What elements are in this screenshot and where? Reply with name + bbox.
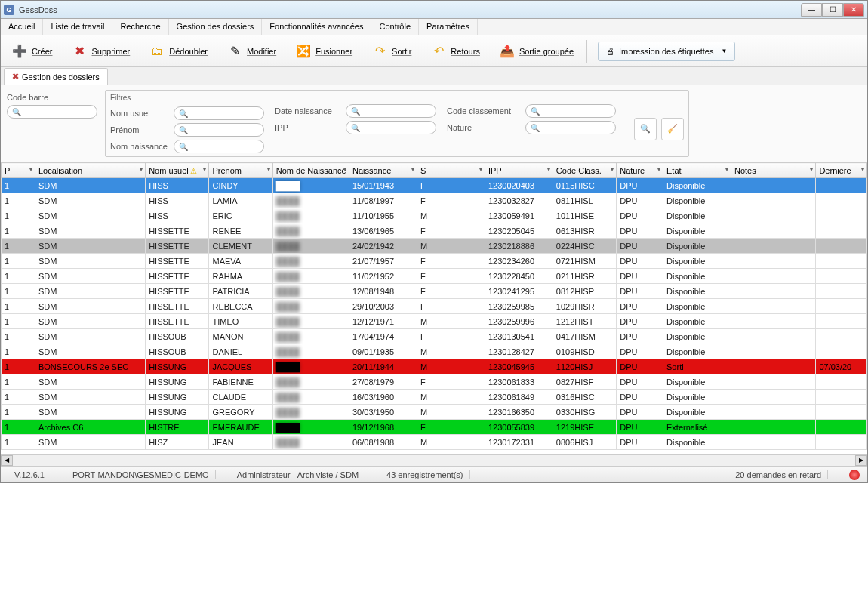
scroll-left-icon[interactable]: ◀	[1, 455, 13, 466]
column-header[interactable]: Naissance▾	[349, 163, 417, 178]
exit-button[interactable]: ↷Sortir	[364, 40, 420, 63]
column-header[interactable]: Code Class.▾	[553, 163, 616, 178]
duplicate-button[interactable]: 🗂Dédoubler	[141, 40, 216, 63]
scroll-right-icon[interactable]: ▶	[855, 455, 867, 466]
code-barre-input[interactable]: 🔍	[7, 105, 97, 119]
table-row[interactable]: 1SDMHISSOUBMANON████17/04/1974F123013054…	[2, 329, 867, 344]
cell-nom: HISSETTE	[146, 299, 209, 314]
column-header[interactable]: Nom usuel ⚠▾	[146, 163, 209, 178]
column-header[interactable]: Etat▾	[663, 163, 731, 178]
date-naissance-input[interactable]: 🔍	[346, 104, 436, 118]
cell-notes	[731, 193, 815, 208]
table-row[interactable]: 1Archives C6HISTREEMERAUDE████19/12/1968…	[2, 420, 867, 435]
window-controls: — ☐ ✕	[801, 3, 864, 17]
table-row[interactable]: 1BONSECOURS 2e SECHISSUNGJACQUES████20/1…	[2, 359, 867, 374]
cell-s: M	[417, 390, 485, 405]
table-row[interactable]: 1SDMHISSUNGFABIENNE████27/08/1979F123006…	[2, 374, 867, 390]
table-row[interactable]: 1SDMHISSETTEREBECCA████29/10/2003F123025…	[2, 299, 867, 314]
cell-ipp: 1230234260	[485, 254, 553, 269]
merge-button[interactable]: 🔀Fusionner	[288, 40, 361, 63]
column-header[interactable]: Notes▾	[731, 163, 815, 178]
print-labels-dropdown[interactable]: 🖨 Impression des étiquettes ▼	[598, 42, 735, 61]
chevron-down-icon[interactable]: ▾	[140, 166, 143, 173]
column-header[interactable]: Nature▾	[617, 163, 663, 178]
table-row[interactable]: 1SDMHISSCINDY████15/01/1943F123002040301…	[2, 178, 867, 193]
close-button[interactable]: ✕	[843, 3, 864, 17]
tab-gestion-dossiers[interactable]: ✖ Gestion des dossiers	[4, 68, 108, 85]
table-row[interactable]: 1SDMHISZJEAN████06/08/1988M1230172331080…	[2, 435, 867, 450]
table-row[interactable]: 1SDMHISSETTERAHMA████11/02/1952F12302284…	[2, 269, 867, 284]
ipp-label: IPP	[275, 123, 343, 132]
table-row[interactable]: 1SDMHISSUNGGREGORY████30/03/1950M1230166…	[2, 405, 867, 420]
horizontal-scrollbar[interactable]: ◀ ▶	[1, 454, 867, 466]
chevron-down-icon[interactable]: ▾	[547, 166, 550, 173]
chevron-down-icon[interactable]: ▾	[810, 166, 813, 173]
clear-filters-button[interactable]: 🧹	[661, 118, 684, 140]
code-classement-input[interactable]: 🔍	[525, 104, 616, 118]
table-row[interactable]: 1SDMHISSOUBDANIEL████09/01/1935M12301284…	[2, 344, 867, 359]
cell-s: M	[417, 435, 485, 450]
chevron-down-icon[interactable]: ▾	[479, 166, 482, 173]
cell-s: F	[417, 178, 485, 193]
ipp-input[interactable]: 🔍	[346, 121, 436, 134]
menu-parametres[interactable]: Paramètres	[419, 19, 478, 35]
nature-input[interactable]: 🔍	[525, 121, 616, 134]
create-button[interactable]: ➕Créer	[4, 40, 61, 63]
prenom-input[interactable]: 🔍	[174, 123, 264, 137]
cell-s: F	[417, 193, 485, 208]
table-row[interactable]: 1SDMHISSETTEMAEVA████21/07/1957F12302342…	[2, 254, 867, 269]
chevron-down-icon[interactable]: ▾	[29, 166, 32, 173]
table-row[interactable]: 1SDMHISSETTECLEMENT████24/02/1942M123021…	[2, 239, 867, 254]
table-row[interactable]: 1SDMHISSERIC████11/10/1955M1230059491101…	[2, 208, 867, 223]
cell-prenom: TIMEO	[209, 314, 272, 329]
menu-gestion-dossiers[interactable]: Gestion des dossiers	[169, 19, 263, 35]
cell-nomn: ████	[272, 239, 349, 254]
chevron-down-icon[interactable]: ▾	[411, 166, 414, 173]
chevron-down-icon[interactable]: ▾	[861, 166, 864, 173]
cell-loc: SDM	[35, 435, 145, 450]
chevron-down-icon[interactable]: ▾	[657, 166, 660, 173]
column-header[interactable]: IPP▾	[485, 163, 553, 178]
table-row[interactable]: 1SDMHISSETTERENEE████13/06/1965F12302050…	[2, 223, 867, 239]
nom-naissance-input[interactable]: 🔍	[174, 140, 264, 153]
search-button[interactable]: 🔍	[634, 118, 657, 140]
delete-button[interactable]: ✖Supprimer	[64, 40, 139, 63]
table-row[interactable]: 1SDMHISSETTEPATRICIA████12/08/1948F12302…	[2, 284, 867, 299]
group-exit-button[interactable]: 📤Sortie groupée	[491, 40, 582, 63]
cell-dern	[816, 420, 867, 435]
menu-accueil[interactable]: Accueil	[1, 19, 43, 35]
chevron-down-icon[interactable]: ▾	[203, 166, 206, 173]
toolbar: ➕Créer ✖Supprimer 🗂Dédoubler ✎Modifier 🔀…	[1, 35, 867, 67]
table-row[interactable]: 1SDMHISSLAMIA████11/08/1997F123003282708…	[2, 193, 867, 208]
close-tab-icon[interactable]: ✖	[12, 72, 19, 82]
returns-button[interactable]: ↶Retours	[423, 40, 488, 63]
column-header[interactable]: Nom de Naissance▾	[272, 163, 349, 178]
chevron-down-icon[interactable]: ▾	[611, 166, 614, 173]
maximize-button[interactable]: ☐	[822, 3, 843, 17]
chevron-down-icon[interactable]: ▾	[725, 166, 728, 173]
menu-recherche[interactable]: Recherche	[112, 19, 168, 35]
column-header[interactable]: P▾	[2, 163, 35, 178]
chevron-down-icon[interactable]: ▾	[267, 166, 270, 173]
warning-icon: ⚠	[189, 167, 198, 175]
cell-notes	[731, 254, 815, 269]
table-row[interactable]: 1SDMHISSETTETIMEO████12/12/1971M12302599…	[2, 314, 867, 329]
cell-dern	[816, 299, 867, 314]
cell-p: 1	[2, 299, 35, 314]
menu-fonctionnalites[interactable]: Fonctionnalités avancées	[262, 19, 371, 35]
data-grid[interactable]: P▾Localisation▾Nom usuel ⚠▾Prénom▾Nom de…	[1, 162, 867, 454]
minimize-button[interactable]: —	[801, 3, 822, 17]
table-row[interactable]: 1SDMHISSUNGCLAUDE████16/03/1960M12300618…	[2, 390, 867, 405]
menu-liste-travail[interactable]: Liste de travail	[43, 19, 112, 35]
eraser-icon: 🧹	[667, 124, 678, 134]
cell-nom: HISSUNG	[146, 390, 209, 405]
column-header[interactable]: Dernière▾	[816, 163, 867, 178]
column-header[interactable]: Prénom▾	[209, 163, 272, 178]
chevron-down-icon[interactable]: ▾	[343, 166, 346, 173]
column-header[interactable]: Localisation▾	[35, 163, 145, 178]
table-header[interactable]: P▾Localisation▾Nom usuel ⚠▾Prénom▾Nom de…	[2, 163, 867, 178]
nom-usuel-input[interactable]: 🔍	[174, 106, 264, 120]
edit-button[interactable]: ✎Modifier	[219, 40, 285, 63]
menu-controle[interactable]: Contrôle	[371, 19, 419, 35]
column-header[interactable]: S▾	[417, 163, 485, 178]
